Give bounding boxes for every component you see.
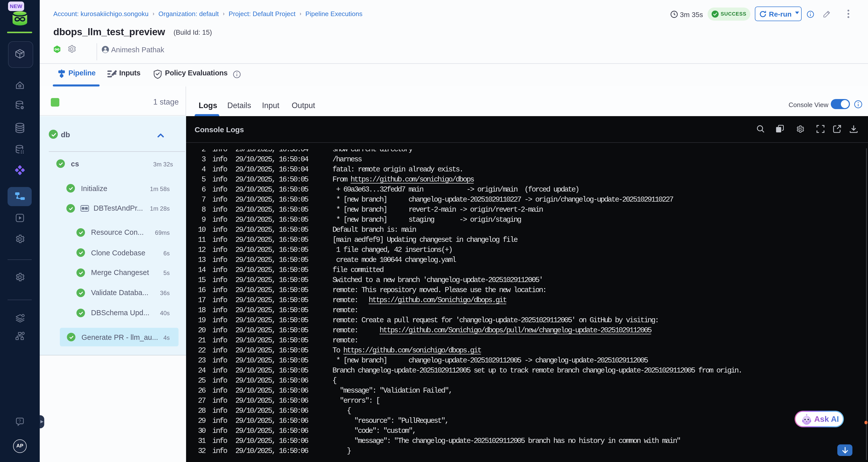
svg-text:?: ? [19, 419, 21, 424]
